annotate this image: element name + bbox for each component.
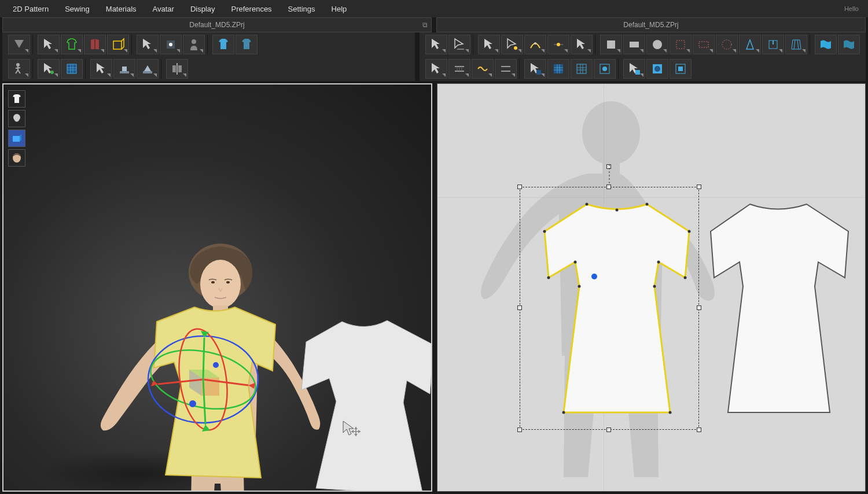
select-mesh-button[interactable] [137, 35, 159, 54]
texture-sel-button[interactable] [623, 59, 645, 79]
panel-title-2d: Default_MD5.ZPrj [623, 21, 678, 29]
internal-circle-icon [720, 38, 734, 51]
arrange-front-button[interactable] [212, 35, 234, 54]
selection-bounding-box[interactable] [520, 187, 699, 430]
edit-sewing-button[interactable] [547, 59, 569, 79]
selection-handle-e[interactable] [697, 305, 701, 310]
svg-rect-11 [630, 42, 639, 47]
pattern-3d-white[interactable] [296, 316, 432, 492]
polygon-button[interactable] [600, 35, 622, 54]
add-dot-button[interactable] [547, 35, 569, 54]
viewport-3d[interactable] [2, 83, 432, 492]
internal-circle-button[interactable] [716, 35, 738, 54]
viewport-vertical-toolbar [8, 90, 25, 167]
tack2-button[interactable] [137, 59, 159, 79]
selection-handle-w[interactable] [517, 305, 522, 310]
dart-icon [743, 38, 757, 51]
fabric2-button[interactable] [838, 35, 860, 54]
menu-settings[interactable]: Settings [280, 1, 323, 17]
internal-rect-button[interactable] [693, 35, 715, 54]
selection-handle-nw[interactable] [517, 185, 522, 189]
sewing-tool-button[interactable] [594, 59, 616, 79]
svg-rect-19 [577, 64, 586, 73]
tack2-icon [141, 62, 155, 76]
segment-sew-button[interactable] [448, 59, 470, 79]
menu-materials[interactable]: Materials [98, 1, 145, 17]
toolbar-left [2, 32, 415, 81]
transform-icon [482, 38, 496, 51]
menu-display[interactable]: Display [182, 1, 223, 17]
slash-spread-button[interactable] [785, 35, 807, 54]
rectangle-button[interactable] [623, 35, 645, 54]
notch-button[interactable] [762, 35, 784, 54]
trace-button[interactable] [571, 35, 593, 54]
menu-avatar[interactable]: Avatar [145, 1, 182, 17]
pose-button[interactable] [8, 59, 30, 79]
sew-select-button[interactable] [425, 59, 447, 79]
free-sew-button[interactable] [472, 59, 494, 79]
panel-title-3d: Default_MD5.ZPrj [189, 21, 244, 29]
selection-handle-se[interactable] [697, 427, 701, 432]
viewport-2d[interactable] [437, 83, 866, 492]
m-segment-button[interactable] [495, 59, 517, 79]
selection-handle-n[interactable] [606, 185, 611, 189]
symmetry-button[interactable] [166, 59, 188, 79]
seam-sel-icon [528, 62, 542, 76]
arrangement-button[interactable] [8, 130, 25, 147]
selection-center-dot[interactable] [591, 274, 597, 279]
trace-icon [575, 38, 589, 51]
avatar-tool-button[interactable] [183, 35, 205, 54]
menu-help[interactable]: Help [323, 1, 355, 17]
transform-button[interactable] [478, 35, 500, 54]
edit-pattern-button[interactable] [448, 35, 470, 54]
popout-icon[interactable]: ⧉ [422, 21, 428, 29]
selection-handle-sw[interactable] [517, 427, 522, 432]
pattern-2d-unselected[interactable] [704, 200, 848, 419]
simulate-icon [12, 38, 26, 51]
add-point-button[interactable] [160, 35, 182, 54]
select-move-button[interactable] [38, 35, 60, 54]
simulate-button[interactable] [8, 35, 30, 54]
menu-preferences[interactable]: Preferences [223, 1, 280, 17]
arrange-back-button[interactable] [236, 35, 258, 54]
add-point-icon [164, 38, 178, 51]
selection-handle-ne[interactable] [697, 185, 701, 189]
selection-handle-s[interactable] [606, 427, 611, 432]
cursor-button[interactable] [425, 35, 447, 54]
circle-button[interactable] [646, 35, 668, 54]
arrange-shirt-button[interactable] [61, 35, 83, 54]
pin-select-button[interactable] [38, 59, 60, 79]
toolbar-right-row2 [420, 57, 866, 81]
mark-grid-button[interactable] [61, 59, 83, 79]
svg-point-5 [50, 71, 54, 74]
menu-2d-pattern[interactable]: 2D Pattern [5, 1, 57, 17]
avatar-head-button[interactable] [8, 110, 25, 127]
panel-header-2d[interactable]: Default_MD5.ZPrj [436, 17, 866, 32]
seam-sel-button[interactable] [524, 59, 546, 79]
toolbar-right-row1 [420, 32, 866, 57]
edit-sewing-icon [551, 62, 565, 76]
menu-sewing[interactable]: Sewing [57, 1, 98, 17]
texture-grid-button[interactable] [670, 59, 692, 79]
symmetry-icon [170, 62, 184, 76]
avatar-face-button[interactable] [8, 149, 25, 167]
curve-point-button[interactable] [524, 35, 546, 54]
pattern-3d-yellow[interactable] [139, 304, 290, 489]
tack-button[interactable] [113, 59, 135, 79]
panel-header-3d[interactable]: Default_MD5.ZPrj ⧉ [2, 17, 432, 32]
cursor-icon [429, 38, 443, 51]
arrow-plane-button[interactable] [90, 59, 112, 79]
fabric1-button[interactable] [815, 35, 837, 54]
svg-point-33 [226, 281, 230, 283]
edit-point-button[interactable] [501, 35, 523, 54]
garment-visibility-button[interactable] [8, 90, 25, 108]
garment-fold-button[interactable] [84, 35, 106, 54]
internal-poly-button[interactable] [670, 35, 692, 54]
edit-point-icon [505, 38, 519, 51]
dart-button[interactable] [739, 35, 761, 54]
sewing-grid-button[interactable] [571, 59, 593, 79]
box-unfold-button[interactable] [107, 35, 129, 54]
arrange-front-icon [216, 38, 230, 51]
edit-texture-button[interactable] [646, 59, 668, 79]
add-dot-icon [551, 38, 565, 51]
